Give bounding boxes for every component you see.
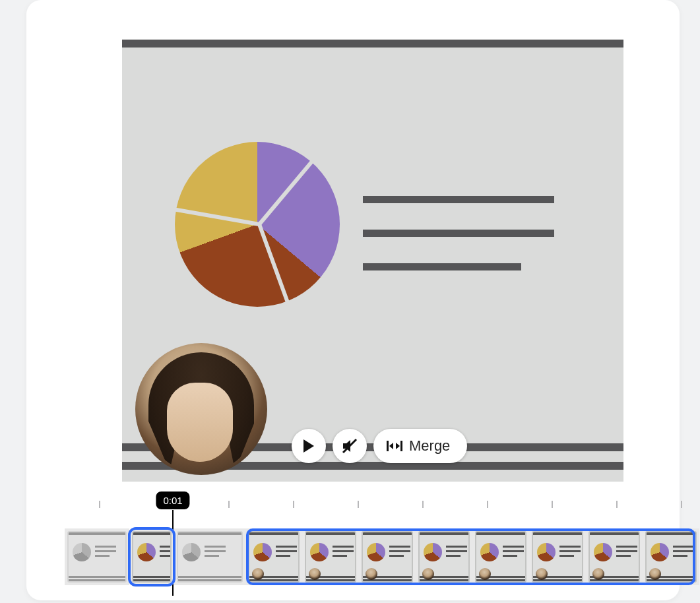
slide-text-line xyxy=(363,263,521,270)
timeline-clip[interactable] xyxy=(586,528,643,585)
svg-rect-2 xyxy=(400,441,402,451)
video-preview[interactable] xyxy=(122,40,623,482)
ruler-tick xyxy=(552,501,553,508)
merge-button[interactable]: Merge xyxy=(373,429,467,463)
play-icon xyxy=(302,439,315,453)
ruler-tick xyxy=(358,501,359,508)
mute-icon xyxy=(341,437,358,455)
timeline-clip[interactable] xyxy=(643,528,699,585)
timeline-clip[interactable] xyxy=(65,528,129,585)
pie-chart xyxy=(175,142,340,307)
playhead-time-text: 0:01 xyxy=(163,495,182,506)
svg-rect-1 xyxy=(387,441,389,451)
timeline-clip[interactable] xyxy=(302,528,359,585)
clip-strip[interactable] xyxy=(26,528,700,585)
timeline-clip[interactable] xyxy=(174,528,245,585)
slide-text-line xyxy=(363,230,554,237)
play-button[interactable] xyxy=(292,429,326,463)
timeline-clip[interactable] xyxy=(359,528,416,585)
slide-text-line xyxy=(363,196,554,203)
timeline-clip[interactable] xyxy=(472,528,529,585)
timeline[interactable]: 0:01 xyxy=(26,492,680,597)
slide-top-bar xyxy=(122,40,623,48)
ruler-tick xyxy=(99,501,100,508)
timeline-clip[interactable] xyxy=(416,528,472,585)
merge-icon xyxy=(387,440,402,452)
mute-button[interactable] xyxy=(333,429,367,463)
ruler-tick xyxy=(228,501,230,508)
ruler-tick xyxy=(487,501,488,508)
timeline-clip[interactable] xyxy=(245,528,302,585)
editor-card: Merge 0:01 xyxy=(26,0,680,600)
playhead-time-badge[interactable]: 0:01 xyxy=(156,492,189,509)
timeline-clip[interactable] xyxy=(129,528,174,585)
app-root: Merge 0:01 xyxy=(0,0,700,603)
ruler-tick xyxy=(422,501,424,508)
playback-controls: Merge xyxy=(292,429,467,463)
timeline-clip[interactable] xyxy=(529,528,586,585)
ruler-tick xyxy=(681,501,682,508)
ruler-tick xyxy=(616,501,618,508)
ruler-tick xyxy=(293,501,294,508)
merge-button-label: Merge xyxy=(409,437,450,455)
presenter-avatar xyxy=(135,343,267,475)
